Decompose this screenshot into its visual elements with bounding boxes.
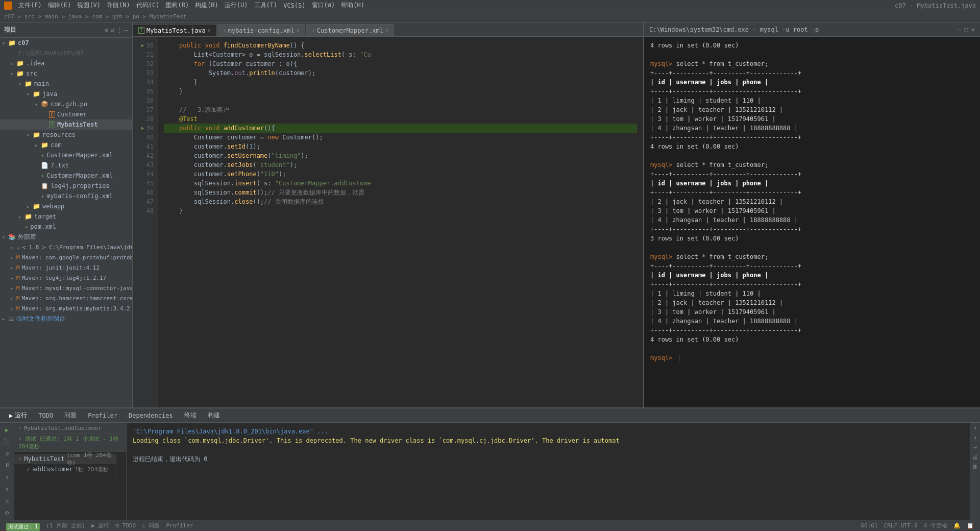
folder-icon: 📁 [24, 213, 32, 220]
sidebar-icon-settings[interactable]: ⚙ [105, 27, 108, 34]
run-stop-btn[interactable]: ⬛ [2, 437, 13, 446]
clear-icon[interactable]: 🗑 [972, 464, 978, 470]
tree-item-pom[interactable]: ✦ pom.xml [0, 222, 132, 232]
sidebar-icon-expand[interactable]: ⇄ [111, 27, 114, 34]
run-rerun-btn[interactable]: ↺ [2, 449, 13, 458]
tree-item-target[interactable]: ▸ 📁 target [0, 211, 132, 222]
menu-build[interactable]: 构建(B) [195, 1, 218, 10]
tree-item-java[interactable]: ▾ 📁 java [0, 89, 132, 99]
code-content[interactable]: public void findCustomerByName() { List<… [158, 37, 643, 407]
tree-item-customermapper2[interactable]: ✦ CustomerMapper.xml [0, 171, 132, 181]
tree-item-webapp[interactable]: ▸ 📁 webapp [0, 201, 132, 211]
menu-help[interactable]: 帮助(H) [341, 1, 364, 10]
menu-view[interactable]: 视图(V) [77, 1, 101, 10]
sidebar-icon-gear[interactable]: ⋮ [116, 27, 122, 34]
menu-run[interactable]: 运行(U) [225, 1, 248, 10]
tree-item-mybatisconfig[interactable]: ✦ mybatis-config.xml [0, 191, 132, 201]
tree-item-log4j-dep[interactable]: ▸ M Maven: log4j:log4j:1.2.17 [0, 273, 132, 283]
code-line-46: sqlSession.commit();// 只要更改数据库中的数据，就需 [164, 188, 637, 197]
tab-dependencies[interactable]: Dependencies [124, 411, 178, 420]
tree-item-mysql[interactable]: ▸ M Maven: mysql:mysql-connector-java:8.… [0, 283, 132, 293]
xml-icon: ✦ [41, 152, 44, 159]
run-pause-btn[interactable]: ⏸ [2, 461, 13, 470]
tree-item-mybatis[interactable]: ▸ M Maven: org.mybatis:mybatis:3.4.2 [0, 303, 132, 313]
menu-file[interactable]: 文件(F) [18, 1, 42, 10]
line-40: 40 [133, 133, 158, 142]
tab-close-btn[interactable]: × [208, 28, 211, 33]
tree-item-main[interactable]: ▾ 📁 main [0, 79, 132, 89]
run-list-btn[interactable]: ≡ [2, 496, 13, 506]
wrap-icon[interactable]: ↩ [973, 444, 977, 451]
scroll-bottom-icon[interactable]: ⬇ [973, 435, 977, 441]
tab-terminal[interactable]: 终端 [179, 410, 202, 421]
tree-item-com[interactable]: ▸ 📁 com [0, 140, 132, 150]
tab-profiler[interactable]: Profiler [83, 411, 122, 420]
menu-tools[interactable]: 工具(T) [254, 1, 278, 10]
run-label[interactable]: ▶ 运行 [91, 522, 109, 529]
test-passed-badge[interactable]: 测试通过: 1 [6, 523, 40, 531]
run-tree-mybatistest[interactable]: ✓ MybatisTest (com 1秒 204毫秒) [14, 454, 116, 464]
todo-label[interactable]: ⊡ TODO [115, 522, 136, 529]
tree-item-hamcrest[interactable]: ▸ M Maven: org.hamcrest:hamcrest-core:1.… [0, 293, 132, 303]
run-down-btn[interactable]: ⬇ [2, 472, 13, 482]
tab-close-btn[interactable]: × [385, 28, 388, 33]
term-blank-1 [650, 50, 974, 59]
breadcrumb[interactable]: c07 > src > main > java > com > gzh > po… [4, 13, 187, 20]
maven-icon: M [16, 254, 20, 261]
tree-item-customermapper-xml[interactable]: ✦ CustomerMapper.xml [0, 150, 132, 160]
term-row-6: | 3 | tom | worker | 15179405961 | [650, 206, 974, 215]
menu-vcs[interactable]: VCS(S) [283, 2, 305, 9]
bottom-left-strip: ▶ ⬛ ↺ ⏸ ⬇ ⬆ ≡ ⚙ [0, 423, 14, 520]
run-settings-btn[interactable]: ⚙ [2, 508, 13, 518]
term-cursor[interactable]: mysql> █ [650, 353, 974, 363]
tab-mybatistest[interactable]: T MybatisTest.java × [133, 24, 216, 36]
tree-item-7txt[interactable]: 📄 7.txt [0, 160, 132, 171]
tree-item-mybatistest[interactable]: T MybatisTest [0, 119, 132, 130]
tab-run[interactable]: ▶ 运行 [4, 410, 32, 421]
event-icon[interactable]: 📋 [967, 522, 974, 529]
tab-build[interactable]: 构建 [203, 410, 225, 421]
tree-item-external-libs[interactable]: ▾ 📚 外部库 [0, 232, 132, 242]
tree-item-jdk[interactable]: ▸ ☕ < 1.8 > C:\Program Files\Java\jdk1.8… [0, 242, 132, 252]
tree-item-src[interactable]: ▾ 📁 src [0, 68, 132, 79]
tab-todo[interactable]: TODO [33, 411, 58, 420]
tree-item-log4j[interactable]: 📋 log4j.properties [0, 181, 132, 191]
menu-navigate[interactable]: 导航(N) [107, 1, 130, 10]
run-up-btn[interactable]: ⬆ [2, 484, 13, 494]
run-play-btn[interactable]: ▶ [2, 425, 13, 435]
print-icon[interactable]: 🖨 [972, 454, 978, 461]
maximize-icon[interactable]: □ [965, 26, 968, 33]
tree-arrow: ▸ [10, 275, 15, 281]
run-output[interactable]: "C:\Program Files\Java\jdk1.8.0_201\bin\… [127, 423, 970, 520]
tree-item-protobuf[interactable]: ▸ M Maven: com.google.protobuf:protobuf-… [0, 252, 132, 262]
menu-window[interactable]: 窗口(W) [312, 1, 335, 10]
code-line-48: } [164, 206, 637, 215]
code-editor[interactable]: ▶30 31 32 33 34 35 36 37 38 ▶39 40 41 42… [133, 37, 643, 407]
tab-close-btn[interactable]: × [297, 28, 300, 33]
run-tree-addcustomer[interactable]: ✓ addCustomer 1秒 204毫秒 [14, 464, 116, 474]
scroll-top-icon[interactable]: ⬆ [973, 425, 977, 431]
tab-mybatisconfig[interactable]: ✦ mybatis-config.xml × [217, 24, 305, 36]
tree-item-c07[interactable]: ▾ 📁 c07 [0, 38, 132, 48]
menu-refactor[interactable]: 重构(R) [165, 1, 189, 10]
profiler-label[interactable]: Profiler [166, 522, 193, 529]
tree-item-junit[interactable]: ▸ M Maven: junit:junit:4.12 [0, 262, 132, 273]
problems-label[interactable]: ⚠ 问题 [142, 522, 160, 529]
folder-icon: 📁 [33, 203, 40, 210]
tree-item-package[interactable]: ▾ 📦 com.gzh.po [0, 99, 132, 109]
menu-edit[interactable]: 编辑(E) [48, 1, 71, 10]
tab-problems[interactable]: 问题 [59, 410, 82, 421]
tab-customermapper[interactable]: ✦ CustomerMapper.xml × [306, 24, 394, 36]
tree-item-customer[interactable]: C Customer [0, 109, 132, 119]
close-icon[interactable]: × [971, 26, 975, 33]
tree-item-idea[interactable]: ▸ 📁 .idea [0, 58, 132, 68]
code-line-41: customer.setId(1); [164, 142, 637, 151]
menu-code[interactable]: 代码(C) [136, 1, 160, 10]
sidebar-icon-close[interactable]: — [125, 27, 128, 34]
tree-item-temp[interactable]: ▸ 🗂 临时文件和控制台 [0, 313, 132, 324]
git-icon[interactable]: 🔔 [953, 522, 961, 529]
terminal-content[interactable]: 4 rows in set (0.00 sec) mysql> select *… [644, 37, 980, 407]
minimize-icon[interactable]: — [958, 26, 961, 33]
tree-item-resources[interactable]: ▾ 📁 resources [0, 130, 132, 140]
tree-label: resources [42, 131, 76, 138]
